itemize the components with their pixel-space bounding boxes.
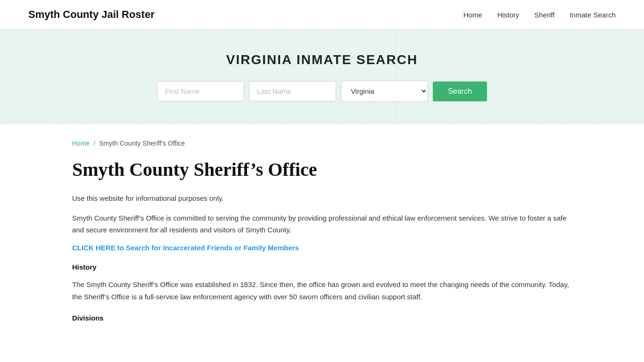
hero-title: VIRGINIA INMATE SEARCH	[9, 52, 635, 67]
nav-history[interactable]: History	[497, 11, 520, 19]
last-name-input[interactable]	[249, 81, 336, 101]
page-title: Smyth County Sheriff’s Office	[72, 158, 572, 181]
state-select[interactable]: VirginiaAlabamaAlaskaArizonaArkansasCali…	[341, 81, 428, 102]
site-title: Smyth County Jail Roster	[28, 8, 155, 21]
cta-link[interactable]: CLICK HERE to Search for Incarcerated Fr…	[72, 244, 299, 252]
nav-home[interactable]: Home	[463, 11, 482, 19]
nav-sheriff[interactable]: Sheriff	[534, 11, 554, 19]
breadcrumb-home[interactable]: Home	[72, 140, 90, 147]
content-body: Use this website for informational purpo…	[72, 192, 572, 324]
disclaimer-text: Use this website for informational purpo…	[72, 192, 572, 205]
divisions-heading: Divisions	[72, 312, 572, 324]
site-header: Smyth County Jail Roster Home History Sh…	[0, 0, 644, 30]
main-content: Home / Smyth County Sheriff's Office Smy…	[44, 124, 600, 360]
nav-inmate-search[interactable]: Inmate Search	[570, 11, 616, 19]
search-button[interactable]: Search	[433, 82, 487, 101]
hero-banner: VIRGINIA INMATE SEARCH VirginiaAlabamaAl…	[0, 30, 644, 124]
first-name-input[interactable]	[157, 81, 244, 101]
breadcrumb-separator: /	[93, 140, 95, 147]
breadcrumb: Home / Smyth County Sheriff's Office	[72, 140, 572, 147]
description-text: Smyth County Sheriff’s Office is committ…	[72, 212, 572, 236]
inmate-search-form: VirginiaAlabamaAlaskaArizonaArkansasCali…	[9, 81, 635, 102]
history-text: The Smyth County Sheriff’s Office was es…	[72, 279, 572, 303]
main-nav: Home History Sheriff Inmate Search	[463, 11, 616, 19]
breadcrumb-current: Smyth County Sheriff's Office	[99, 140, 185, 147]
history-heading: History	[72, 261, 572, 273]
